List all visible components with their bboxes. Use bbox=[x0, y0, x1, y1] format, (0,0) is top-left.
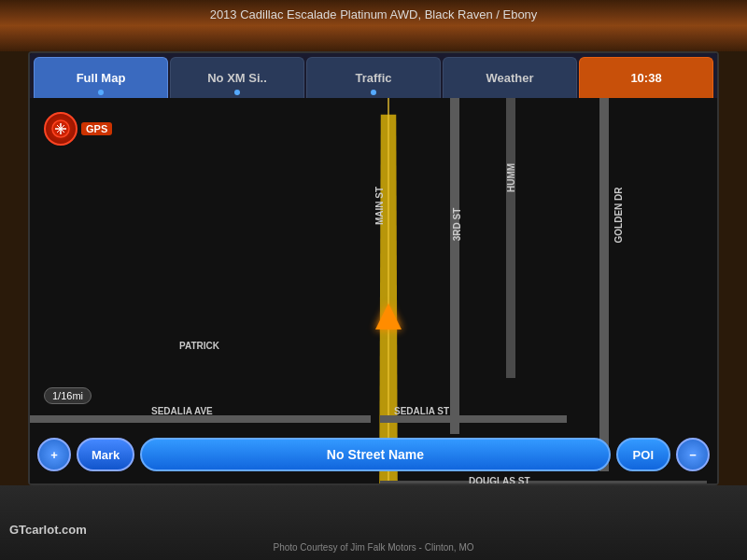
map-display: MAIN ST 3RD ST GOLDEN DR HUMM PATRICK SE… bbox=[30, 98, 717, 483]
label-humm: HUMM bbox=[506, 163, 516, 192]
gps-icon-container: GPS bbox=[44, 112, 112, 146]
photo-credit: Photo Courtesy of Jim Falk Motors - Clin… bbox=[273, 542, 473, 553]
watermark: GTcarlot.com bbox=[9, 523, 87, 537]
scale-indicator: 1/16mi bbox=[44, 387, 92, 404]
tab-dot-traffic bbox=[371, 90, 376, 95]
gps-position-arrow bbox=[375, 303, 402, 329]
mark-button[interactable]: Mark bbox=[77, 438, 134, 471]
nav-tab-bar: Full Map No XM Si.. Traffic Weather 10:3… bbox=[30, 53, 717, 98]
tab-dot-no-xm bbox=[234, 90, 240, 95]
tab-no-xm[interactable]: No XM Si.. bbox=[170, 57, 304, 98]
tab-weather[interactable]: Weather bbox=[443, 57, 577, 98]
label-sedalia-ave: SEDALIA AVE bbox=[151, 406, 213, 416]
road-main-st-center-line bbox=[388, 98, 389, 483]
gps-label: GPS bbox=[81, 122, 112, 135]
road-humm bbox=[506, 98, 515, 378]
satellite-svg bbox=[50, 119, 71, 139]
zoom-out-button[interactable]: − bbox=[676, 438, 710, 471]
tab-dot-full-map bbox=[98, 90, 104, 95]
road-douglas-st bbox=[380, 481, 707, 483]
poi-button[interactable]: POI bbox=[616, 438, 670, 471]
road-sedalia-ave bbox=[30, 415, 371, 423]
road-3rd-st bbox=[450, 98, 459, 434]
road-sedalia-st bbox=[380, 415, 567, 423]
label-golden-dr: GOLDEN DR bbox=[613, 188, 624, 244]
gps-satellite-icon bbox=[44, 112, 78, 146]
label-main-st: MAIN ST bbox=[374, 187, 385, 225]
map-background bbox=[30, 98, 717, 483]
tab-time: 10:38 bbox=[579, 57, 713, 98]
no-street-name-button[interactable]: No Street Name bbox=[140, 438, 610, 471]
label-sedalia-st: SEDALIA ST bbox=[394, 406, 449, 416]
label-patrick: PATRICK bbox=[179, 341, 219, 351]
map-bottom-controls: + Mark No Street Name POI − bbox=[37, 435, 710, 474]
road-golden-dr bbox=[599, 98, 609, 471]
zoom-in-button[interactable]: + bbox=[37, 438, 71, 471]
label-douglas-st: DOUGLAS ST bbox=[469, 476, 530, 483]
label-3rd-st: 3RD ST bbox=[452, 208, 462, 242]
navigation-screen: Full Map No XM Si.. Traffic Weather 10:3… bbox=[28, 51, 719, 485]
tab-traffic[interactable]: Traffic bbox=[306, 57, 441, 98]
page-title: 2013 Cadillac Escalade Platinum AWD, Bla… bbox=[210, 7, 538, 21]
tab-full-map[interactable]: Full Map bbox=[34, 57, 168, 98]
